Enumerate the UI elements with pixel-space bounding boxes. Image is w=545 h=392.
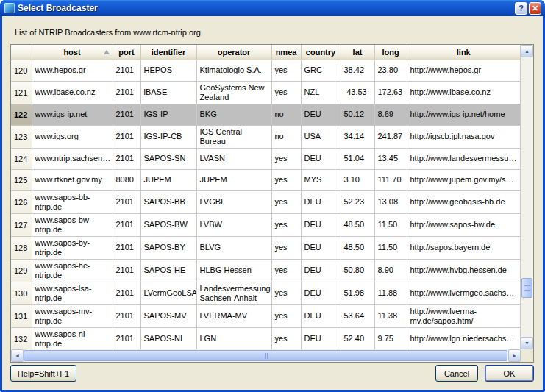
cell-lat[interactable]: 51.04	[341, 148, 374, 169]
cell-country[interactable]: DEU	[301, 190, 341, 213]
cell-host[interactable]: www.rtknet.gov.my	[32, 169, 113, 190]
column-header-lat[interactable]: lat	[341, 45, 374, 60]
titlebar-help-button[interactable]: ?	[515, 2, 527, 15]
cell-port[interactable]: 8080	[113, 169, 140, 190]
close-button[interactable]: ✕	[529, 2, 541, 15]
cancel-button[interactable]: Cancel	[435, 365, 478, 382]
cell-long[interactable]: 13.45	[374, 148, 407, 169]
cell-host[interactable]: www.sapos-ni-ntrip.de	[32, 327, 113, 349]
cell-nmea[interactable]: yes	[271, 213, 301, 236]
cell-link[interactable]: http://www.igs-ip.net/home	[407, 104, 521, 125]
cell-operator[interactable]: LVERMA-MV	[196, 304, 271, 327]
cell-long[interactable]: 11.50	[374, 213, 407, 236]
cell-long[interactable]: 11.88	[374, 282, 407, 304]
help-button[interactable]: Help=Shift+F1	[10, 365, 76, 382]
table-row[interactable]: 128www.sapos-by-ntrip.de2101SAPOS-BYBLVG…	[11, 236, 521, 259]
cell-link[interactable]: http://www.landesvermessu…	[407, 148, 521, 169]
ok-button[interactable]: OK	[485, 365, 534, 382]
cell-lat[interactable]: 50.80	[341, 259, 374, 282]
column-header-rownum[interactable]	[11, 45, 32, 60]
cell-host[interactable]: www.sapos-bw-ntrip.de	[32, 213, 113, 236]
cell-operator[interactable]: Landesvermessung Sachsen-Anhalt	[196, 282, 271, 304]
cell-identifier[interactable]: SAPOS-HE	[140, 259, 196, 282]
cell-link[interactable]: http://www.geobasis-bb.de	[407, 190, 521, 213]
cell-host[interactable]: www.ibase.co.nz	[32, 81, 113, 104]
table-row[interactable]: 120www.hepos.gr2101HEPOSKtimatologio S.A…	[11, 60, 521, 81]
cell-identifier[interactable]: SAPOS-NI	[140, 327, 196, 349]
cell-identifier[interactable]: SAPOS-BB	[140, 190, 196, 213]
cell-port[interactable]: 2101	[113, 327, 140, 349]
column-header-identifier[interactable]: identifier	[140, 45, 196, 60]
cell-operator[interactable]: HLBG Hessen	[196, 259, 271, 282]
cell-nmea[interactable]: yes	[271, 282, 301, 304]
row-number[interactable]: 123	[11, 125, 32, 148]
cell-nmea[interactable]: yes	[271, 304, 301, 327]
cell-link[interactable]: http://www.ibase.co.nz	[407, 81, 521, 104]
cell-link[interactable]: http://www.lverma-mv.de/sapos.htm/	[407, 304, 521, 327]
cell-operator[interactable]: BKG	[196, 104, 271, 125]
scroll-down-button[interactable]: ▼	[521, 337, 533, 349]
cell-long[interactable]: 241.87	[374, 125, 407, 148]
cell-identifier[interactable]: iBASE	[140, 81, 196, 104]
cell-lat[interactable]: 3.10	[341, 169, 374, 190]
cell-link[interactable]: http://www.sapos-bw.de	[407, 213, 521, 236]
cell-nmea[interactable]: yes	[271, 60, 301, 81]
cell-host[interactable]: www.sapos-bb-ntrip.de	[32, 190, 113, 213]
cell-operator[interactable]: LVASN	[196, 148, 271, 169]
cell-port[interactable]: 2101	[113, 259, 140, 282]
cell-operator[interactable]: LVGBI	[196, 190, 271, 213]
table-row[interactable]: 124www.ntrip.sachsen…2101SAPOS-SNLVASNye…	[11, 148, 521, 169]
row-number[interactable]: 120	[11, 60, 32, 81]
cell-lat[interactable]: 51.98	[341, 282, 374, 304]
cell-long[interactable]: 11.50	[374, 236, 407, 259]
row-number[interactable]: 121	[11, 81, 32, 104]
cell-lat[interactable]: 48.50	[341, 236, 374, 259]
table-row[interactable]: 131www.sapos-mv-ntrip.de2101SAPOS-MVLVER…	[11, 304, 521, 327]
cell-nmea[interactable]: yes	[271, 148, 301, 169]
cell-nmea[interactable]: yes	[271, 236, 301, 259]
scroll-up-button[interactable]: ▲	[521, 45, 533, 57]
table-row[interactable]: 126www.sapos-bb-ntrip.de2101SAPOS-BBLVGB…	[11, 190, 521, 213]
row-number[interactable]: 126	[11, 190, 32, 213]
cell-lat[interactable]: 34.14	[341, 125, 374, 148]
cell-lat[interactable]: 52.23	[341, 190, 374, 213]
cell-long[interactable]: 172.63	[374, 81, 407, 104]
cell-lat[interactable]: 50.12	[341, 104, 374, 125]
cell-identifier[interactable]: SAPOS-BW	[140, 213, 196, 236]
cell-port[interactable]: 2101	[113, 304, 140, 327]
cell-operator[interactable]: IGS Central Bureau	[196, 125, 271, 148]
cell-host[interactable]: www.sapos-lsa-ntrip.de	[32, 282, 113, 304]
row-number[interactable]: 129	[11, 259, 32, 282]
cell-long[interactable]: 11.38	[374, 304, 407, 327]
cell-country[interactable]: DEU	[301, 327, 341, 349]
cell-country[interactable]: DEU	[301, 259, 341, 282]
row-number[interactable]: 128	[11, 236, 32, 259]
horizontal-scrollbar-track[interactable]	[24, 349, 508, 362]
cell-host[interactable]: www.sapos-by-ntrip.de	[32, 236, 113, 259]
cell-identifier[interactable]: LVermGeoLSA	[140, 282, 196, 304]
cell-identifier[interactable]: SAPOS-BY	[140, 236, 196, 259]
table-row[interactable]: 127www.sapos-bw-ntrip.de2101SAPOS-BWLVBW…	[11, 213, 521, 236]
cell-country[interactable]: NZL	[301, 81, 341, 104]
cell-link[interactable]: http://www.lgn.niedersachs…	[407, 327, 521, 349]
column-header-long[interactable]: long	[374, 45, 407, 60]
cell-port[interactable]: 2101	[113, 190, 140, 213]
cell-lat[interactable]: 53.64	[341, 304, 374, 327]
cell-port[interactable]: 2101	[113, 148, 140, 169]
cell-identifier[interactable]: IGS-IP	[140, 104, 196, 125]
cell-nmea[interactable]: yes	[271, 190, 301, 213]
cell-long[interactable]: 13.08	[374, 190, 407, 213]
cell-host[interactable]: www.igs-ip.net	[32, 104, 113, 125]
cell-nmea[interactable]: no	[271, 104, 301, 125]
cell-nmea[interactable]: yes	[271, 259, 301, 282]
scroll-right-button[interactable]: ►	[508, 349, 521, 362]
row-number[interactable]: 125	[11, 169, 32, 190]
cell-operator[interactable]: LVBW	[196, 213, 271, 236]
column-header-port[interactable]: port	[113, 45, 140, 60]
cell-long[interactable]: 8.90	[374, 259, 407, 282]
row-number[interactable]: 130	[11, 282, 32, 304]
cell-lat[interactable]: 38.42	[341, 60, 374, 81]
cell-country[interactable]: USA	[301, 125, 341, 148]
column-header-nmea[interactable]: nmea	[271, 45, 301, 60]
cell-nmea[interactable]: yes	[271, 327, 301, 349]
